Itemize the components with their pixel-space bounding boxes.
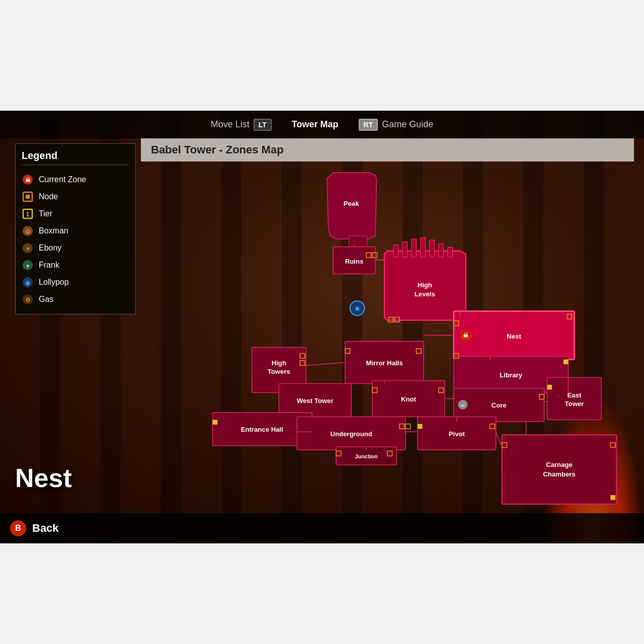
svg-text:Core: Core bbox=[492, 401, 507, 409]
zone-knot[interactable]: Knot bbox=[372, 380, 445, 417]
svg-text:Nest: Nest bbox=[507, 333, 521, 340]
legend-ebony-label: Ebony bbox=[39, 244, 61, 253]
svg-text:◉: ◉ bbox=[355, 305, 360, 312]
legend-gas-label: Gas bbox=[39, 295, 53, 304]
b-button-icon[interactable]: B bbox=[10, 520, 26, 536]
nav-tower-map[interactable]: Tower Map bbox=[292, 119, 339, 130]
legend-item-current-zone: ☠ Current Zone bbox=[22, 171, 129, 188]
svg-text:◉: ◉ bbox=[25, 279, 30, 286]
svg-text:☠: ☠ bbox=[25, 177, 31, 184]
top-spacer bbox=[0, 0, 644, 111]
svg-rect-31 bbox=[448, 248, 453, 257]
svg-text:High: High bbox=[272, 359, 286, 367]
svg-text:Carnage: Carnage bbox=[546, 461, 573, 468]
legend-lollypop-label: Lollypop bbox=[39, 278, 69, 287]
legend-boxman-label: Boxman bbox=[39, 226, 68, 235]
legend-item-gas: ⚙ Gas bbox=[22, 291, 129, 308]
svg-text:East: East bbox=[568, 391, 582, 399]
frank-icon: ♦ bbox=[22, 259, 34, 271]
b-icon: B bbox=[15, 524, 21, 533]
svg-rect-73 bbox=[213, 420, 218, 425]
gas-icon: ⚙ bbox=[22, 293, 34, 305]
zone-east-tower[interactable]: East Tower bbox=[547, 377, 602, 420]
svg-text:★: ★ bbox=[25, 245, 31, 252]
svg-text:1: 1 bbox=[26, 211, 30, 218]
zone-mirror-halls[interactable]: Mirror Halls bbox=[345, 342, 424, 384]
ebony-icon: ★ bbox=[22, 242, 34, 254]
svg-text:Entrance Hall: Entrance Hall bbox=[241, 426, 283, 433]
game-guide-label: Game Guide bbox=[382, 119, 433, 130]
current-zone-display: Nest bbox=[15, 463, 72, 493]
legend-item-lollypop: ◉ Lollypop bbox=[22, 274, 129, 291]
current-zone-icon: ☠ bbox=[22, 174, 34, 186]
svg-text:Ruins: Ruins bbox=[345, 258, 364, 265]
node-icon bbox=[22, 191, 34, 203]
svg-rect-19 bbox=[349, 236, 367, 247]
legend-node-label: Node bbox=[39, 192, 58, 201]
legend-tier-label: Tier bbox=[39, 209, 52, 218]
svg-text:Levels: Levels bbox=[415, 290, 435, 298]
svg-text:Peak: Peak bbox=[344, 200, 359, 207]
svg-text:Towers: Towers bbox=[268, 368, 290, 375]
svg-rect-82 bbox=[418, 424, 423, 429]
lt-button[interactable]: LT bbox=[254, 119, 272, 131]
zone-carnage-chambers[interactable]: Carnage Chambers bbox=[502, 435, 617, 504]
legend-item-ebony: ★ Ebony bbox=[22, 239, 129, 257]
svg-rect-69 bbox=[547, 385, 552, 390]
nav-game-guide[interactable]: RT Game Guide bbox=[359, 119, 434, 131]
legend-frank-label: Frank bbox=[39, 261, 59, 270]
game-area: Move List LT Tower Map RT Game Guide Leg… bbox=[0, 111, 644, 543]
svg-text:♦: ♦ bbox=[26, 262, 29, 269]
legend-panel: Legend ☠ Current Zone Node 1 Tier ☺ Boxm… bbox=[15, 143, 136, 314]
svg-rect-27 bbox=[412, 239, 417, 257]
svg-rect-92 bbox=[610, 495, 615, 500]
svg-rect-3 bbox=[26, 195, 30, 199]
zone-ruins[interactable]: Ruins bbox=[333, 247, 377, 274]
legend-item-frank: ♦ Frank bbox=[22, 257, 129, 274]
bottom-bar: B Back bbox=[0, 513, 644, 543]
lollypop-icon: ◉ bbox=[22, 276, 34, 288]
svg-text:Library: Library bbox=[500, 371, 522, 379]
rt-button[interactable]: RT bbox=[359, 119, 378, 131]
zone-peak[interactable]: Peak bbox=[327, 173, 376, 247]
svg-rect-89 bbox=[502, 435, 617, 504]
zone-pivot[interactable]: Pivot bbox=[418, 417, 496, 450]
back-label: Back bbox=[32, 522, 59, 535]
tower-map-svg: Peak Ruins bbox=[141, 167, 634, 516]
move-list-label: Move List bbox=[211, 119, 250, 130]
svg-rect-26 bbox=[403, 242, 408, 257]
svg-text:Tower: Tower bbox=[565, 400, 584, 408]
svg-text:Knot: Knot bbox=[401, 395, 417, 403]
svg-rect-25 bbox=[393, 245, 398, 257]
legend-item-node: Node bbox=[22, 188, 129, 205]
svg-text:Pivot: Pivot bbox=[449, 430, 465, 438]
boxman-icon: ☺ bbox=[22, 225, 34, 237]
tower-map-label: Tower Map bbox=[292, 119, 339, 130]
tier-icon: 1 bbox=[22, 208, 34, 220]
legend-item-tier: 1 Tier bbox=[22, 205, 129, 222]
svg-text:High: High bbox=[418, 281, 432, 289]
svg-text:Underground: Underground bbox=[330, 430, 372, 438]
nav-bar: Move List LT Tower Map RT Game Guide bbox=[0, 111, 644, 138]
svg-rect-30 bbox=[439, 244, 444, 257]
svg-text:⚙: ⚙ bbox=[25, 296, 31, 303]
map-title: Babel Tower - Zones Map bbox=[141, 138, 634, 162]
svg-text:Chambers: Chambers bbox=[543, 470, 575, 478]
svg-rect-55 bbox=[564, 359, 569, 364]
zone-west-tower[interactable]: West Tower bbox=[279, 383, 351, 417]
zone-underground[interactable]: Underground bbox=[297, 417, 410, 450]
map-container: Babel Tower - Zones Map Peak bbox=[141, 138, 634, 513]
svg-rect-28 bbox=[421, 237, 426, 257]
svg-rect-29 bbox=[430, 240, 435, 257]
legend-current-zone-label: Current Zone bbox=[39, 175, 86, 184]
svg-text:Junction: Junction bbox=[355, 453, 378, 459]
bottom-spacer bbox=[0, 543, 644, 644]
svg-text:Mirror Halls: Mirror Halls bbox=[366, 359, 403, 367]
legend-item-boxman: ☺ Boxman bbox=[22, 222, 129, 239]
svg-text:☠: ☠ bbox=[460, 402, 465, 408]
svg-text:West Tower: West Tower bbox=[297, 397, 334, 405]
legend-title: Legend bbox=[22, 150, 129, 165]
nav-move-list[interactable]: Move List LT bbox=[211, 119, 272, 131]
svg-text:☺: ☺ bbox=[24, 227, 31, 235]
svg-text:☠: ☠ bbox=[463, 332, 468, 339]
